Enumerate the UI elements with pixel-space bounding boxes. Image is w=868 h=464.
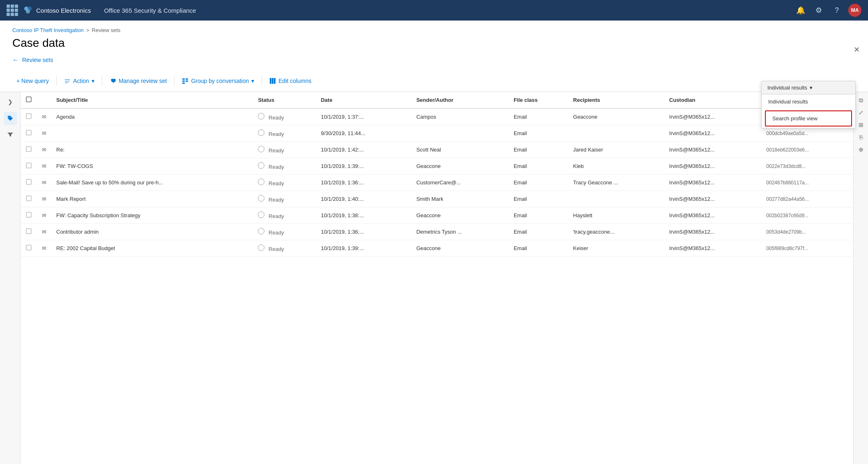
row-checkbox[interactable] [21, 125, 37, 142]
status-radio[interactable] [258, 211, 264, 218]
svg-rect-11 [26, 97, 31, 102]
table-row[interactable]: ✉ Re: Ready 10/1/2019, 1:42:... Scott Ne… [21, 142, 853, 158]
group-by-conversation-button[interactable]: Group by conversation ▾ [178, 75, 258, 87]
row-sender: Geaccone [411, 240, 509, 257]
row-mail-icon: ✉ [37, 142, 51, 158]
table-row[interactable]: ✉ RE: 2002 Capital Budget Ready 10/1/201… [21, 240, 853, 257]
toolbar: + New query Action ▾ Manage review set G… [0, 70, 868, 92]
row-id: 002b02387c66d9... [761, 207, 853, 224]
row-status: Ready [253, 125, 316, 142]
gear-settings-icon [110, 78, 116, 84]
th-subject-title: Subject/Title [51, 92, 253, 108]
status-radio[interactable] [258, 129, 264, 136]
row-mail-icon: ✉ [37, 191, 51, 207]
table-area: Subject/Title Status Date Sender/Author … [21, 92, 853, 464]
dropdown-individual-results[interactable]: Individual results [762, 94, 855, 109]
row-subject: FW: TW-COGS [51, 158, 253, 175]
row-custodian: IrvinS@M365x12... [664, 191, 762, 207]
row-subject: Agenda [51, 108, 253, 125]
row-checkbox[interactable] [21, 240, 37, 257]
row-sender: Demetrics Tyson ... [411, 224, 509, 240]
status-radio[interactable] [258, 146, 264, 152]
svg-rect-8 [270, 78, 271, 84]
table-row[interactable]: ✉ Contributor admin Ready 10/1/2019, 1:3… [21, 224, 853, 240]
close-button[interactable]: ✕ [854, 45, 860, 54]
row-checkbox[interactable] [21, 158, 37, 175]
row-subject: Mark Report [51, 191, 253, 207]
row-date: 10/1/2019, 1:40:... [316, 191, 411, 207]
row-checkbox[interactable] [21, 207, 37, 224]
row-recipients: Geaccone [568, 108, 664, 125]
edit-columns-button[interactable]: Edit columns [265, 75, 315, 87]
svg-rect-9 [272, 78, 273, 84]
breadcrumb-current: Review sets [92, 27, 120, 33]
individual-results-dropdown: Individual results ▾ Individual results … [761, 81, 856, 129]
row-sender: Geaccone [411, 158, 509, 175]
panel-filter-icon[interactable] [4, 128, 17, 141]
action-icon [64, 78, 71, 84]
svg-rect-7 [182, 83, 185, 84]
status-radio[interactable] [258, 244, 264, 251]
svg-rect-3 [182, 78, 185, 80]
row-checkbox[interactable] [21, 142, 37, 158]
app-container: Contoso Electronics Office 365 Security … [0, 0, 868, 464]
svg-rect-10 [274, 78, 276, 84]
table-row[interactable]: ✉ Ready 9/30/2019, 11:44... Email IrvinS… [21, 125, 853, 142]
row-sender: Smith Mark [411, 191, 509, 207]
panel-tag-icon[interactable] [4, 112, 17, 125]
row-file-class: Email [509, 224, 568, 240]
table-row[interactable]: ✉ FW: TW-COGS Ready 10/1/2019, 1:39:... … [21, 158, 853, 175]
right-panel-table-icon[interactable]: ⊞ [856, 120, 866, 130]
svg-rect-4 [186, 78, 188, 80]
manage-review-set-button[interactable]: Manage review set [106, 75, 171, 87]
svg-rect-17 [26, 196, 31, 201]
right-panel-copy2-icon[interactable]: ⎘ [856, 132, 866, 142]
user-avatar[interactable]: MA [848, 4, 861, 17]
action-chevron-icon: ▾ [92, 78, 94, 84]
notification-bell-icon[interactable]: 🔔 [794, 4, 807, 17]
individual-results-trigger[interactable]: Individual results ▾ [762, 81, 855, 94]
new-query-button[interactable]: + New query [12, 75, 53, 87]
row-mail-icon: ✉ [37, 158, 51, 175]
right-panel-resize-icon[interactable]: ⤢ [856, 108, 866, 117]
row-checkbox[interactable] [21, 224, 37, 240]
table-row[interactable]: ✉ Mark Report Ready 10/1/2019, 1:40:... … [21, 191, 853, 207]
table-row[interactable]: ✉ Sale-Mail! Save up to 50% during our p… [21, 175, 853, 191]
row-date: 10/1/2019, 1:39:... [316, 240, 411, 257]
row-id: 002467b880117a... [761, 175, 853, 191]
svg-rect-15 [26, 163, 31, 168]
back-nav[interactable]: ← Review sets [0, 50, 868, 70]
row-file-class: Email [509, 108, 568, 125]
row-status: Ready [253, 224, 316, 240]
row-checkbox[interactable] [21, 191, 37, 207]
svg-rect-20 [26, 245, 31, 250]
row-checkbox[interactable] [21, 175, 37, 191]
status-radio[interactable] [258, 228, 264, 234]
action-button[interactable]: Action ▾ [60, 75, 99, 87]
status-radio[interactable] [258, 162, 264, 169]
status-radio[interactable] [258, 113, 264, 119]
row-status: Ready [253, 158, 316, 175]
row-file-class: Email [509, 125, 568, 142]
help-question-icon[interactable]: ? [830, 4, 843, 17]
settings-gear-icon[interactable]: ⚙ [812, 4, 825, 17]
row-date: 10/1/2019, 1:37:... [316, 108, 411, 125]
row-subject: Contributor admin [51, 224, 253, 240]
status-radio[interactable] [258, 179, 264, 185]
svg-rect-12 [26, 114, 31, 119]
right-panel-copy-icon[interactable]: ⧉ [856, 95, 866, 105]
app-grid-icon[interactable] [7, 5, 18, 16]
topnav-logo[interactable]: Contoso Electronics [23, 5, 91, 15]
row-checkbox[interactable] [21, 108, 37, 125]
panel-expand-button[interactable]: ❯ [4, 95, 17, 108]
table-row[interactable]: ✉ FW: Capacity Subscription Strategy Rea… [21, 207, 853, 224]
breadcrumb-link[interactable]: Contoso IP Theft Investigation [12, 27, 84, 33]
row-custodian: IrvinS@M365x12... [664, 207, 762, 224]
th-custodian: Custodian [664, 92, 762, 108]
table-row[interactable]: ✉ Agenda Ready 10/1/2019, 1:37:... Campo… [21, 108, 853, 125]
status-radio[interactable] [258, 195, 264, 202]
group-by-chevron-icon: ▾ [251, 78, 254, 84]
row-subject: Re: [51, 142, 253, 158]
dropdown-search-profile-view[interactable]: Search profile view [765, 110, 852, 126]
right-panel-zoom-icon[interactable]: ⊕ [856, 145, 866, 154]
